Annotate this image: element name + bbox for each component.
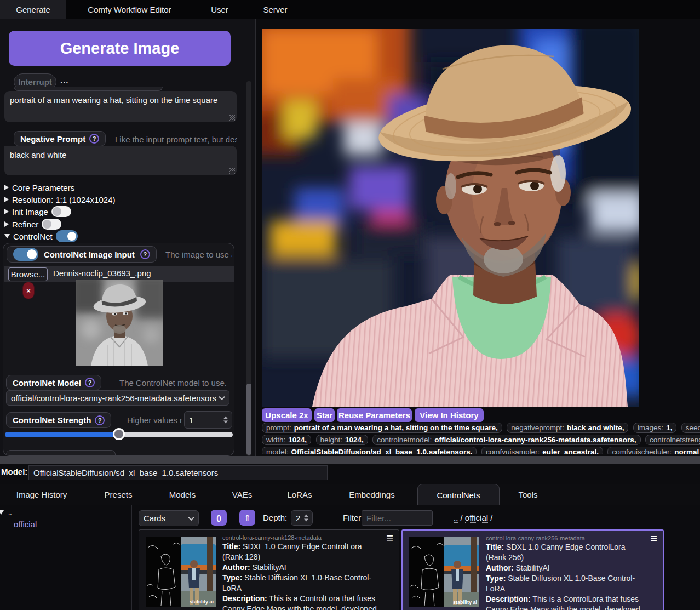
tab-presets[interactable]: Presets [83,484,153,505]
section-resolution[interactable]: Resolution: 1:1 (1024x1024) [4,193,115,206]
metadata-pill: controlnetstrength:1, [645,435,700,445]
metadata-row: width:1024, height:1024, controlnetmodel… [262,435,700,445]
card-filename: control-lora-canny-rank256-metadata [486,535,663,541]
prompt-input[interactable]: portrait of a man wearing a hat, sitting… [4,91,237,122]
upscale-2x-button[interactable]: Upscale 2x [262,408,312,422]
help-icon[interactable]: ? [140,249,150,259]
metadata-pill: prompt:portrait of a man wearing a hat, … [262,423,502,433]
card-description: Description: This is a ControlLora that … [222,594,382,610]
svg-text:stability ai: stability ai [453,600,477,605]
next-section-clipped [6,450,116,456]
metadata-pill: controlnetmodel:official/control-lora-ca… [372,435,640,445]
star-button[interactable]: Star [314,408,335,422]
tree-up-label: .. [8,509,12,516]
slider-thumb[interactable] [113,428,125,440]
model-input[interactable] [28,465,328,480]
card-menu-icon[interactable]: ≡ [650,532,657,546]
metadata-pill: images:1, [633,423,677,433]
section-init-image[interactable]: Init Image [4,206,71,218]
resize-handle-icon[interactable] [229,168,235,174]
tab-comfy-workflow-editor[interactable]: Comfy Workflow Editor [66,0,193,19]
generated-image[interactable] [262,29,639,407]
resize-handle-icon[interactable] [229,115,235,121]
controlnet-image-filename: Dennis-noclip_03693_.png [53,269,151,278]
help-icon[interactable]: ? [95,415,105,425]
more-options-button[interactable]: ... [60,76,69,85]
card-filename: control-lora-canny-rank128-metadata [222,534,399,541]
help-icon[interactable]: ? [85,378,95,387]
controlnet-model-desc: The ControlNet model to use. [119,378,232,387]
metadata-pill: comfyuisampler:euler_ancestral, [481,447,603,454]
controlnet-card-rank256[interactable]: stability ai ≡ control-lora-canny-rank25… [401,529,664,610]
section-refiner[interactable]: Refiner [4,218,61,230]
metadata-pill: comfyuischeduler:normal [607,447,700,454]
tree-folder-official[interactable]: official [14,520,37,529]
svg-text:stability ai: stability ai [190,599,214,605]
metadata-row: model:OfficialStableDiffusion/sd_xl_base… [262,447,700,454]
browser-tabs: Image History Presets Models VAEs LoRAs … [0,484,700,505]
refresh-button[interactable]: () [211,510,227,526]
upload-button[interactable]: ⇑ [239,510,255,526]
remove-image-button[interactable]: × [22,282,35,299]
top-nav: Generate Comfy Workflow Editor User Serv… [0,0,700,19]
tab-models[interactable]: Models [153,484,211,505]
view-mode-select[interactable]: Cards [139,510,199,526]
tree-root[interactable]: .. [0,509,12,516]
spinner-icon[interactable] [304,515,308,522]
card-thumbnail: stability ai [146,537,216,607]
tab-controlnets[interactable]: ControlNets [417,484,500,505]
controlnet-image-input-toggle[interactable] [13,248,38,261]
browse-button[interactable]: Browse... [8,267,48,281]
controlnet-image-preview[interactable] [76,280,163,366]
controlnet-toggle[interactable] [56,230,78,242]
tree-divider [131,505,132,610]
chevron-down-icon [219,394,225,400]
view-in-history-button[interactable]: View In History [415,408,484,422]
section-core-parameters[interactable]: Core Parameters [4,181,74,193]
help-icon[interactable]: ? [89,134,99,144]
tab-user[interactable]: User [193,0,246,19]
image-metadata: prompt:portrait of a man wearing a hat, … [262,423,700,454]
breadcrumb-official[interactable]: official [465,513,488,523]
tab-server[interactable]: Server [246,0,304,19]
panel-splitter[interactable] [0,456,700,464]
scrollbar-thumb[interactable] [246,384,251,455]
tab-loras[interactable]: LoRAs [273,484,326,505]
controlnet-card-rank128[interactable]: stability ai ≡ control-lora-canny-rank12… [139,529,399,610]
tab-tools[interactable]: Tools [500,484,556,505]
controlnet-strength-slider[interactable] [5,432,233,437]
reuse-parameters-button[interactable]: Reuse Parameters [337,408,412,422]
negative-prompt-input[interactable]: black and white [4,146,237,175]
controlnet-model-select[interactable]: official/control-lora-canny-rank256-meta… [6,390,229,406]
metadata-pill: model:OfficialStableDiffusion/sd_xl_base… [262,447,477,454]
negative-prompt-label: Negative Prompt ? [14,131,106,146]
model-bar-label: Model: [1,467,27,476]
controlnet-strength-desc: Higher values mak [127,415,182,425]
init-image-toggle[interactable] [51,206,71,217]
controlnet-strength-input[interactable]: 1 [184,411,232,429]
chevron-right-icon [4,185,9,190]
filter-label: Filter: [343,513,364,522]
card-thumbnail: stability ai [409,537,479,607]
tab-embeddings[interactable]: Embeddings [326,484,417,505]
metadata-pill: height:1024, [316,435,368,445]
controlnet-strength-label: ControlNet Strength ? [6,412,111,428]
spinner-icon[interactable] [223,417,228,424]
tab-image-history[interactable]: Image History [0,484,83,505]
metadata-row: prompt:portrait of a man wearing a hat, … [262,423,700,433]
card-type: Type: Stable Diffusion XL 1.0-Base Contr… [222,573,382,594]
refiner-toggle[interactable] [42,219,61,230]
depth-input[interactable]: 2 [291,510,313,526]
filter-input[interactable] [362,510,433,526]
metadata-pill: seed:1, [681,423,700,433]
chevron-down-icon [0,510,4,515]
tab-generate[interactable]: Generate [0,0,66,19]
chevron-right-icon [4,221,9,227]
card-author: Author: StabilityAI [486,563,646,573]
tab-vaes[interactable]: VAEs [211,484,273,505]
card-menu-icon[interactable]: ≡ [386,531,393,545]
metadata-pill: negativeprompt:black and white, [507,423,628,433]
section-controlnet[interactable]: ControlNet [4,230,78,242]
generate-image-button[interactable]: Generate Image [9,31,231,66]
chevron-right-icon [4,209,9,214]
